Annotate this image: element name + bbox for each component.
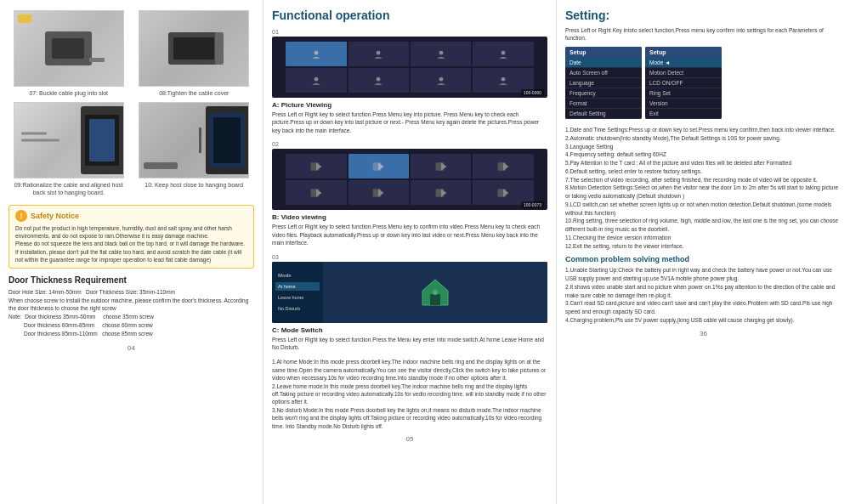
image-cell-3: 09:Rationalize the cable and aligned hos… bbox=[8, 102, 129, 196]
img-caption-1: 07: Buckle cable plug into slot bbox=[29, 89, 108, 97]
common-problem-body: 1.Unable Starting Up:Check the battery p… bbox=[565, 266, 842, 324]
func-title-picture: A: Picture Viewing bbox=[272, 101, 547, 109]
svg-marker-11 bbox=[378, 162, 383, 171]
submenu-item-lcd: LCD ON/OFF bbox=[645, 78, 722, 88]
svg-point-0 bbox=[314, 50, 318, 54]
setting-title: Setting: bbox=[565, 8, 842, 22]
setting-sub-menu: Setup Mode ◄ Motion Detect LCD ON/OFF Ri… bbox=[645, 47, 722, 119]
submenu-item-version: Version bbox=[645, 99, 722, 109]
door-section-title: Door Thickness Requirement bbox=[8, 275, 254, 285]
right-panel: Setting: Press Left or Right Key intoto … bbox=[557, 0, 850, 504]
video-cell-4 bbox=[473, 42, 533, 66]
svg-marker-13 bbox=[441, 162, 446, 171]
img-cable-cover bbox=[139, 10, 249, 87]
img-caption-2: 08:Tighten the cable cover bbox=[159, 89, 229, 97]
func-image-video: 100-0073 bbox=[272, 149, 547, 210]
img-host-hang bbox=[139, 102, 249, 178]
common-problem-title: Common problem solving method bbox=[565, 255, 842, 263]
func-title-mode: C: Mode Switch bbox=[272, 326, 547, 334]
picture-counter: 100-0000 bbox=[521, 89, 544, 96]
menu-header-setup: Setup bbox=[565, 47, 642, 58]
svg-marker-9 bbox=[316, 162, 321, 171]
func-desc-picture: Press Left or Right key to select functi… bbox=[272, 110, 547, 134]
menu-item-format: Format bbox=[565, 99, 642, 109]
video-cell-3 bbox=[411, 42, 471, 66]
functional-title: Functional operation bbox=[272, 8, 547, 22]
page-num-left: 04 bbox=[8, 344, 254, 352]
video-cell-2 bbox=[348, 42, 409, 66]
image-cell-1: 07: Buckle cable plug into slot bbox=[8, 10, 129, 97]
safety-text-body: Do not put the product in high temperatu… bbox=[15, 224, 247, 263]
setting-points-list: 1.Date and Time Settings:Press up or dow… bbox=[565, 126, 842, 250]
installation-images: 07: Buckle cable plug into slot 08:Tight… bbox=[8, 10, 254, 196]
svg-marker-23 bbox=[503, 189, 508, 197]
block-num-3: 03 bbox=[272, 254, 547, 260]
video-cell-5 bbox=[286, 68, 346, 93]
warning-icon: ! bbox=[15, 210, 27, 222]
image-cell-2: 08:Tighten the cable cover bbox=[134, 10, 255, 97]
menu-item-frequency: Frequency bbox=[565, 88, 642, 99]
svg-marker-21 bbox=[441, 189, 446, 197]
left-panel: 07: Buckle cable plug into slot 08:Tight… bbox=[0, 0, 264, 504]
svg-marker-19 bbox=[378, 189, 383, 197]
func-block-mode: 03 Mode At home Leave home No Disturb C:… bbox=[272, 254, 547, 352]
mode-content-area bbox=[323, 262, 547, 323]
svg-point-6 bbox=[439, 76, 443, 81]
menu-item-default: Default Setting bbox=[565, 109, 642, 119]
func-desc-mode: Press Left or Right key to select functi… bbox=[272, 336, 547, 352]
submenu-header-setup: Setup bbox=[645, 47, 722, 58]
func-desc-video: Press Left or Right key to select functi… bbox=[272, 223, 547, 246]
menu-item-language: Language bbox=[565, 78, 642, 88]
video-cell-7 bbox=[411, 68, 471, 93]
submenu-item-motion: Motion Detect bbox=[645, 68, 722, 78]
func-block-video: 02 bbox=[272, 141, 547, 246]
page-num-mid: 05 bbox=[272, 435, 547, 443]
setting-intro: Press Left or Right Key intoto select fu… bbox=[565, 26, 842, 42]
func-title-video: B: Video viewing bbox=[272, 213, 547, 221]
svg-rect-25 bbox=[430, 294, 440, 305]
picture-grid bbox=[286, 42, 534, 93]
door-section-body: Door Hole Size: 14mm-50mm Door Thickness… bbox=[8, 288, 254, 338]
mode-item-leave: Leave home bbox=[275, 293, 320, 302]
video-counter: 100-0073 bbox=[521, 201, 544, 208]
svg-point-1 bbox=[377, 50, 381, 54]
submenu-item-exit: Exit bbox=[645, 109, 722, 119]
video-cell-6 bbox=[348, 68, 409, 93]
block-num-2: 02 bbox=[272, 141, 547, 147]
setting-menus: Setup Date Auto Screen off Language Freq… bbox=[565, 47, 842, 119]
svg-marker-17 bbox=[316, 189, 321, 197]
image-cell-4: 10: Keep host close to hanging board bbox=[134, 102, 255, 196]
svg-point-3 bbox=[502, 50, 506, 54]
func-block-picture: 01 bbox=[272, 29, 547, 134]
mode-item-nodisturb: No Disturb bbox=[275, 304, 320, 313]
submenu-item-ring: Ring Set bbox=[645, 88, 722, 99]
safety-notice-header: ! Safety Notice bbox=[15, 210, 247, 222]
page-num-right: 36 bbox=[565, 330, 842, 337]
svg-point-26 bbox=[433, 290, 438, 295]
door-thickness-section: Door Thickness Requirement Door Hole Siz… bbox=[8, 275, 254, 338]
menu-item-autoscreen: Auto Screen off bbox=[565, 68, 642, 78]
img-cable-slot bbox=[14, 10, 124, 87]
svg-point-5 bbox=[377, 76, 381, 81]
menu-item-date: Date bbox=[565, 58, 642, 68]
safety-notice-box: ! Safety Notice Do not put the product i… bbox=[8, 205, 254, 268]
setting-main-menu: Setup Date Auto Screen off Language Freq… bbox=[565, 47, 642, 119]
img-caption-4: 10: Keep host close to hanging board bbox=[144, 181, 243, 189]
svg-point-4 bbox=[314, 76, 318, 81]
block-num-1: 01 bbox=[272, 29, 547, 35]
submenu-item-mode: Mode ◄ bbox=[645, 58, 722, 68]
img-caption-3: 09:Rationalize the cable and aligned hos… bbox=[8, 181, 129, 196]
mode-item-home: At home bbox=[275, 282, 320, 291]
bottom-instructions: 1.At home Mode:In this mode press doorbe… bbox=[272, 358, 547, 430]
func-image-picture: 100-0000 bbox=[272, 37, 547, 98]
svg-point-7 bbox=[502, 76, 506, 81]
img-cable-align bbox=[14, 102, 124, 178]
middle-panel: Functional operation 01 bbox=[264, 0, 557, 504]
func-image-mode: Mode At home Leave home No Disturb bbox=[272, 262, 547, 323]
mode-sidebar: Mode At home Leave home No Disturb bbox=[272, 262, 323, 323]
svg-point-2 bbox=[439, 50, 443, 54]
svg-marker-15 bbox=[503, 162, 508, 171]
safety-title-text: Safety Notice bbox=[31, 212, 79, 220]
video-cell-1 bbox=[286, 42, 346, 66]
